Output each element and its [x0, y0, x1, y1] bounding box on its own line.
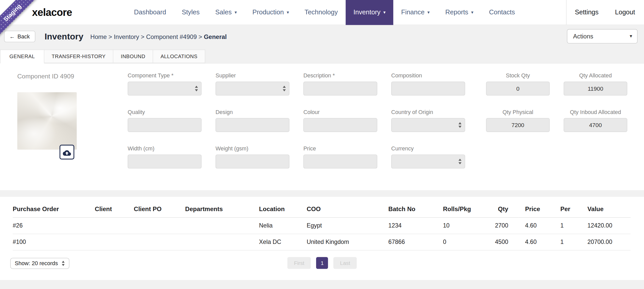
purchase-orders-panel: Purchase Order Client Client PO Departme…: [0, 197, 644, 280]
nav-item-sales[interactable]: Sales▾: [208, 0, 245, 25]
design-input[interactable]: [216, 118, 289, 132]
breadcrumb-path[interactable]: Home > Inventory > Component #4909 >: [90, 33, 202, 40]
country-of-origin-select[interactable]: [391, 118, 465, 132]
table-row[interactable]: #26 Nelia Egypt 1234 10 2700 4.60 1 1242…: [13, 217, 631, 234]
cell-purchase-order: #100: [13, 234, 95, 250]
col-departments: Departments: [185, 201, 259, 217]
component-type-select[interactable]: [128, 81, 202, 95]
nav-item-production[interactable]: Production▾: [245, 0, 297, 25]
breadcrumb: Home > Inventory > Component #4909 > Gen…: [90, 33, 227, 40]
back-button[interactable]: ← Back: [4, 31, 35, 42]
nav-item-inventory[interactable]: Inventory▾: [346, 0, 393, 25]
field-composition: Composition: [391, 73, 465, 96]
back-arrow-icon: ←: [9, 33, 15, 39]
chevron-down-icon: ▾: [427, 10, 430, 15]
cell-purchase-order: #26: [13, 217, 95, 234]
price-input[interactable]: [303, 154, 377, 168]
component-form: Component Type * Supplier Description * …: [128, 73, 620, 182]
pagination-page-1-button[interactable]: 1: [316, 257, 328, 269]
table-row[interactable]: #100 Xela DC United Kingdom 67866 0 4500…: [13, 234, 631, 250]
cloud-upload-icon: [63, 149, 71, 156]
nav-item-reports[interactable]: Reports▾: [437, 0, 481, 25]
actions-label: Actions: [573, 33, 593, 40]
actions-dropdown[interactable]: Actions ▾: [567, 29, 638, 44]
col-client: Client: [95, 201, 134, 217]
breadcrumb-current: General: [204, 33, 227, 40]
field-component-type: Component Type *: [128, 73, 202, 96]
field-price: Price: [303, 146, 377, 169]
description-input[interactable]: [303, 81, 377, 95]
width-cm-input[interactable]: [128, 154, 202, 168]
pagination-first-button[interactable]: First: [287, 257, 311, 269]
cell-batch-no: 67866: [388, 234, 443, 250]
quality-input[interactable]: [128, 118, 202, 132]
cell-per: 1: [554, 217, 581, 234]
currency-select[interactable]: [391, 154, 465, 168]
colour-input[interactable]: [303, 118, 377, 132]
field-stock-qty: Stock Qty: [486, 73, 550, 96]
field-label: Component Type *: [128, 73, 202, 79]
nav-item-contacts[interactable]: Contacts: [481, 0, 523, 25]
field-country-of-origin: Country of Origin: [391, 109, 465, 132]
field-label: Composition: [391, 73, 465, 79]
cell-client-po: [134, 217, 185, 234]
cell-location: Nelia: [259, 217, 307, 234]
col-purchase-order: Purchase Order: [13, 201, 95, 217]
qty-inboud-allocated-input[interactable]: [564, 118, 627, 132]
nav-item-logout[interactable]: Logout: [607, 0, 643, 25]
cell-qty: 2700: [489, 217, 519, 234]
field-label: Qty Allocated: [564, 73, 627, 79]
nav-item-styles[interactable]: Styles: [174, 0, 208, 25]
field-label: Country of Origin: [391, 109, 465, 115]
cell-value: 12420.00: [581, 217, 631, 234]
supplier-select[interactable]: [216, 81, 289, 95]
field-qty-physical: Qty Physical: [486, 109, 550, 132]
upload-image-button[interactable]: [60, 145, 74, 160]
stock-qty-input[interactable]: [486, 81, 550, 95]
col-qty: Qty: [489, 201, 519, 217]
cell-rolls-pkg: 10: [443, 217, 489, 234]
cell-client-po: [134, 234, 185, 250]
tab-allocations[interactable]: ALLOCATIONS: [153, 50, 205, 63]
nav-item-dashboard[interactable]: Dashboard: [126, 0, 174, 25]
nav-item-technology[interactable]: Technology: [297, 0, 346, 25]
nav-item-settings[interactable]: Settings: [567, 0, 607, 25]
nav-label: Sales: [215, 9, 232, 16]
nav-item-finance[interactable]: Finance▾: [393, 0, 437, 25]
field-label: Qty Physical: [486, 109, 550, 115]
qty-allocated-input[interactable]: [564, 81, 627, 95]
field-label: Qty Inboud Allocated: [564, 109, 627, 115]
cell-value: 20700.00: [581, 234, 631, 250]
tab-transfer-history[interactable]: TRANSFER-HISTORY: [44, 50, 114, 63]
purchase-orders-table: Purchase Order Client Client PO Departme…: [13, 201, 631, 250]
cell-price: 4.60: [519, 217, 554, 234]
weight-gsm-input[interactable]: [216, 154, 289, 168]
nav-label: Styles: [182, 9, 200, 16]
field-width-cm: Width (cm): [128, 146, 202, 169]
nav-right: Settings Logout: [564, 0, 644, 25]
cell-coo: Egypt: [307, 217, 388, 234]
cell-per: 1: [554, 234, 581, 250]
col-price: Price: [519, 201, 554, 217]
top-navbar: Staging xelacore Dashboard Styles Sales▾…: [0, 0, 644, 25]
select-stepper-icon: [458, 159, 462, 164]
cell-price: 4.60: [519, 234, 554, 250]
pagination-last-button[interactable]: Last: [334, 257, 357, 269]
qty-physical-input[interactable]: [486, 118, 550, 132]
field-weight-gsm: Weight (gsm): [216, 146, 289, 169]
field-label: Currency: [391, 146, 465, 152]
nav-label: Reports: [445, 9, 468, 16]
field-qty-allocated: Qty Allocated: [564, 73, 627, 96]
component-id-label: Component ID 4909: [17, 73, 74, 80]
tab-general[interactable]: GENERAL: [0, 50, 44, 64]
cell-qty: 4500: [489, 234, 519, 250]
select-stepper-icon: [282, 86, 286, 91]
nav-label: Production: [252, 9, 284, 16]
field-design: Design: [216, 109, 289, 132]
table-header-row: Purchase Order Client Client PO Departme…: [13, 201, 631, 217]
composition-input[interactable]: [391, 81, 465, 95]
tab-inbound[interactable]: INBOUND: [113, 50, 153, 63]
select-stepper-icon: [458, 122, 462, 128]
field-quality: Quality: [128, 109, 202, 132]
field-label: Width (cm): [128, 146, 202, 152]
